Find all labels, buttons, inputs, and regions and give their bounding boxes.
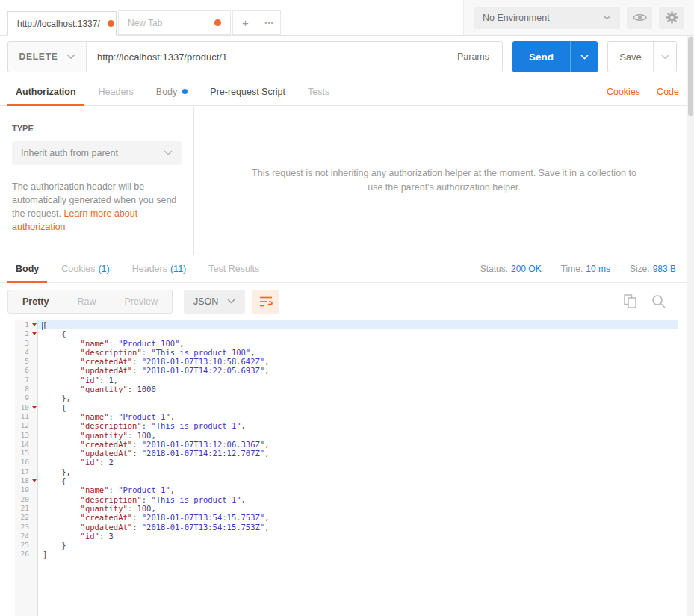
view-mode-raw[interactable]: Raw [63,290,110,313]
code-line-1: 1[ [15,320,678,329]
code-text: [ [38,320,678,329]
chevron-down-icon [603,15,611,20]
response-tab-body[interactable]: Body [7,255,47,282]
environment-panel: No Environment [463,0,694,35]
chevron-down-icon [580,55,589,60]
code-text: "id": 3 [38,532,678,541]
line-number: 9 [15,393,30,402]
code-line-14: 14 "createdAt": "2018-01-07T13:12:06.336… [15,440,678,449]
environment-selected-label: No Environment [483,13,550,23]
wrap-text-button[interactable] [252,290,279,314]
chevron-down-icon [164,150,173,156]
response-body-editor[interactable]: 1[2 {3 "name": "Product 100",4 "descript… [15,320,678,616]
line-number: 16 [15,458,30,467]
code-line-8: 8 "quantity": 1000 [15,385,678,393]
tab-more-options-button[interactable]: ••• [258,11,280,34]
fold-gutter [30,320,38,329]
code-text: "name": "Product 1", [38,485,678,494]
method-selector[interactable]: DELETE [8,42,87,72]
fold-triangle-icon[interactable] [32,479,37,482]
window-scrollbar[interactable] [687,36,694,616]
fold-gutter [30,513,38,522]
open-request-tab-active[interactable]: http://localhost:1337/ [7,11,117,36]
fold-triangle-icon[interactable] [32,406,37,409]
fold-gutter [30,385,38,393]
response-tab-cookies[interactable]: Cookies(1) [53,255,117,282]
auth-type-value: Inherit auth from parent [21,148,118,158]
code-line-17: 17 }, [15,467,678,476]
code-line-21: 21 "quantity": 100, [15,504,678,513]
open-request-tab-new[interactable]: New Tab [118,10,231,35]
params-button[interactable]: Params [444,42,502,72]
fold-gutter [30,504,38,513]
response-tab-test-results[interactable]: Test Results [200,255,267,282]
response-tab-headers[interactable]: Headers(11) [124,255,195,282]
code-link[interactable]: Code [657,87,679,97]
view-mode-pretty[interactable]: Pretty [8,290,63,313]
code-text: "description": "This is product 100", [38,348,678,357]
fold-gutter [30,495,38,504]
url-input[interactable]: http://localhost:1337/product/1 [87,42,444,72]
code-text: "createdAt": "2018-01-07T13:54:15.753Z", [38,513,678,522]
url-group: DELETE http://localhost:1337/product/1 P… [7,41,503,72]
wrap-text-icon [259,296,273,308]
fold-gutter [30,449,38,458]
settings-button[interactable] [659,7,684,29]
size-value[interactable]: 983 B [653,264,676,274]
code-line-10: 10 { [15,403,678,412]
tab-pre-request-script[interactable]: Pre-request Script [202,78,294,105]
code-text: } [38,541,678,550]
line-number: 2 [15,329,30,338]
view-mode-preview[interactable]: Preview [110,290,171,313]
copy-response-button[interactable] [624,294,636,308]
cookies-link[interactable]: Cookies [607,87,640,97]
scrollbar-thumb[interactable] [688,37,693,116]
code-text: { [38,403,678,412]
unsaved-changes-dot [214,19,221,26]
save-button[interactable]: Save [608,42,653,72]
fold-gutter [30,376,38,385]
time-value[interactable]: 10 ms [586,264,610,274]
auth-type-selector[interactable]: Inherit auth from parent [12,141,182,165]
request-links: Cookies Code [607,78,694,105]
tab-label: Test Results [208,264,259,274]
save-options-button[interactable] [653,42,676,72]
code-text: "description": "This is product 1", [38,421,678,430]
send-button[interactable]: Send [512,41,570,72]
tab-label: Headers [99,87,134,97]
tab-body[interactable]: Body [148,78,196,105]
response-tool-icons [624,294,687,308]
auth-type-panel: TYPE Inherit auth from parent The author… [0,106,194,255]
line-number: 20 [15,495,30,504]
code-text: "quantity": 100, [38,504,678,513]
fold-gutter [30,329,38,338]
request-tab-title: New Tab [128,18,162,28]
chevron-down-icon [661,55,669,60]
method-label: DELETE [19,52,58,62]
fold-gutter [30,541,38,550]
code-line-23: 23 "updatedAt": "2018-01-07T13:54:15.753… [15,523,678,532]
status-value[interactable]: 200 OK [511,264,542,274]
fold-triangle-icon[interactable] [32,323,37,326]
fold-gutter [30,550,38,559]
send-options-button[interactable] [570,41,598,72]
response-toolbar: PrettyRawPreview JSON [0,283,694,320]
line-number: 19 [15,485,30,494]
status-label: Status: [480,264,508,274]
fold-triangle-icon[interactable] [32,332,37,335]
code-line-4: 4 "description": "This is product 100", [15,348,678,357]
search-response-button[interactable] [651,294,666,308]
fold-gutter [30,339,38,348]
environment-quick-look-button[interactable] [627,7,652,29]
environment-selector[interactable]: No Environment [474,7,620,29]
tab-label: Cookies [61,264,95,274]
new-tab-button[interactable]: + [233,11,258,34]
line-number: 23 [15,523,30,532]
tab-headers[interactable]: Headers [90,78,142,105]
tab-label: Body [16,264,39,274]
request-tabs-list: AuthorizationHeadersBodyPre-request Scri… [7,78,344,105]
language-selector[interactable]: JSON [184,290,245,314]
tab-authorization[interactable]: Authorization [7,78,84,105]
tab-tests[interactable]: Tests [300,78,338,105]
code-line-24: 24 "id": 3 [15,532,678,541]
